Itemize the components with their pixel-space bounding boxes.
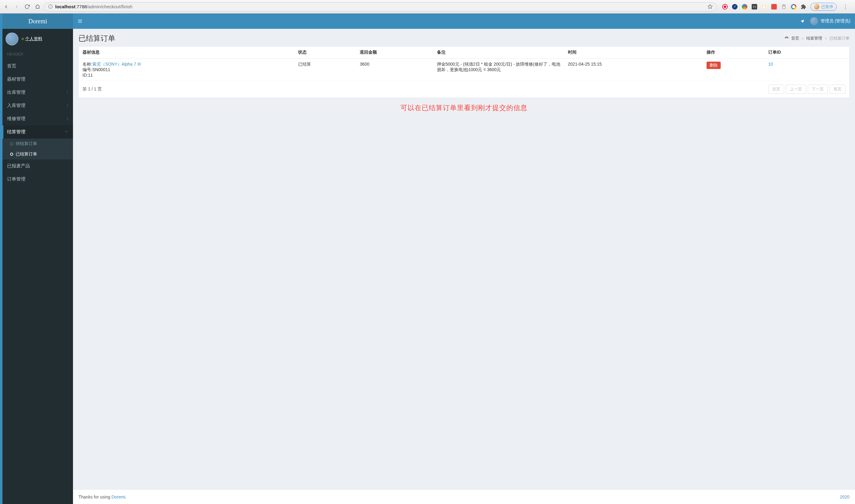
svg-rect-5	[783, 5, 785, 6]
page-title: 已结算订单	[78, 33, 115, 43]
topbar-user-label: 管理员 (管理员)	[821, 18, 850, 24]
sidebar-item-repair[interactable]: 维修管理〈	[2, 112, 73, 125]
th-action: 操作	[703, 47, 765, 58]
pager: 首页 上一页 下一页 尾页	[768, 85, 845, 94]
circle-icon	[10, 153, 13, 156]
equipment-name-link[interactable]: 索尼（SONY）Alpha 7 III	[92, 61, 141, 67]
breadcrumb-sep: >	[825, 36, 827, 41]
sidebar-subitem-pending[interactable]: 待结算订单	[2, 139, 73, 149]
cell-order-id: 10	[765, 58, 849, 81]
pager-prev-button[interactable]: 上一页	[786, 85, 806, 94]
footer: Thanks for using Doremi. 2020	[73, 489, 855, 504]
pager-last-button[interactable]: 尾页	[830, 85, 845, 94]
arrow-left-icon	[3, 4, 9, 10]
content: 器材信息 状态 退回金额 备注 时间 操作 订单ID 名称:索尼（SONY	[73, 46, 855, 489]
order-id-link[interactable]: 10	[768, 61, 773, 67]
extensions-puzzle-icon[interactable]	[801, 4, 806, 10]
avatar[interactable]	[5, 33, 18, 46]
breadcrumb-sep: >	[802, 36, 804, 41]
extension-icon[interactable]	[722, 4, 728, 10]
th-refund: 退回金额	[356, 47, 433, 58]
sidebar-item-outbound[interactable]: 出库管理〈	[2, 86, 73, 99]
breadcrumb: 首页 > 结算管理 > 已结算订单	[784, 36, 850, 41]
cell-equipment: 名称:索尼（SONY）Alpha 7 III 编号:SN00011 ID:11	[79, 58, 295, 81]
paused-label: 已暂停	[821, 4, 833, 10]
extension-icon[interactable]	[791, 4, 797, 10]
circle-icon	[10, 142, 13, 145]
orders-table: 器材信息 状态 退回金额 备注 时间 操作 订单ID 名称:索尼（SONY	[79, 47, 849, 81]
pager-first-button[interactable]: 首页	[768, 85, 784, 94]
bookmark-star-icon[interactable]	[708, 4, 713, 9]
chevron-left-icon: 〈	[65, 116, 68, 121]
footer-brand-link[interactable]: Doremi	[111, 494, 125, 499]
online-status-icon	[21, 38, 24, 40]
delete-button[interactable]: 删除	[707, 61, 721, 69]
extension-icon[interactable]: ✓	[732, 4, 737, 10]
paused-badge[interactable]: 已暂停	[811, 3, 837, 11]
sidebar-item-settlement[interactable]: 结算管理﹀	[2, 125, 73, 139]
th-order-id: 订单ID	[765, 47, 849, 58]
topbar-user[interactable]: 管理员 (管理员)	[810, 17, 850, 25]
breadcrumb-parent[interactable]: 结算管理	[806, 36, 822, 41]
extension-icon[interactable]	[781, 4, 787, 10]
chevron-left-icon: 〈	[65, 103, 68, 108]
sidebar-item-discarded[interactable]: 已报废产品	[2, 159, 73, 173]
cell-time: 2021-04-25 15:15	[564, 58, 703, 81]
table-row: 名称:索尼（SONY）Alpha 7 III 编号:SN00011 ID:11 …	[79, 58, 849, 81]
annotation-text: 可以在已结算订单里看到刚才提交的信息	[78, 103, 850, 112]
cell-remark: 押金5000元 - (续借2日 * 租金 200元/日) - 故障维修(修好了，…	[433, 58, 564, 81]
browser-reload-button[interactable]	[23, 3, 31, 11]
location-button[interactable]	[800, 19, 805, 24]
location-arrow-icon	[800, 19, 805, 24]
url-text: localhost:7788/admin/checkout/finish	[55, 4, 132, 9]
table-footer: 第 1 / 1 页 首页 上一页 下一页 尾页	[79, 81, 849, 97]
url-bar[interactable]: localhost:7788/admin/checkout/finish	[44, 2, 717, 11]
home-icon	[35, 4, 40, 9]
hamburger-icon	[77, 19, 83, 24]
chevron-left-icon: 〈	[65, 90, 68, 95]
equipment-name-prefix: 名称:	[83, 61, 92, 67]
brand-logo[interactable]: Doremi	[2, 14, 73, 29]
th-remark: 备注	[433, 47, 564, 58]
browser-menu-button[interactable]: ⋮	[841, 3, 850, 10]
sidebar-item-orders[interactable]: 订单管理	[2, 173, 73, 186]
equipment-id: ID:11	[83, 73, 93, 77]
pager-next-button[interactable]: 下一页	[808, 85, 828, 94]
browser-back-button[interactable]	[2, 3, 10, 11]
reload-icon	[24, 4, 30, 9]
breadcrumb-current: 已结算订单	[830, 36, 850, 41]
avatar	[810, 17, 818, 25]
topbar: 管理员 (管理员)	[73, 14, 855, 29]
extension-icon[interactable]: {=}	[752, 4, 757, 10]
profile-avatar-icon	[814, 4, 819, 10]
table-header-row: 器材信息 状态 退回金额 备注 时间 操作 订单ID	[79, 47, 849, 58]
sidebar-menu: 首页 器材管理 出库管理〈 入库管理〈 维修管理〈 结算管理﹀ 待结算订单 已结…	[2, 59, 73, 186]
arrow-right-icon	[14, 4, 19, 10]
sidebar-toggle-button[interactable]	[77, 19, 83, 24]
browser-forward-button[interactable]	[13, 3, 20, 11]
app-root: Doremi 个人资料 HEADER 首页 器材管理 出库管理〈 入库管理〈 维…	[0, 14, 855, 504]
table-box: 器材信息 状态 退回金额 备注 时间 操作 订单ID 名称:索尼（SONY	[78, 46, 850, 98]
sidebar-item-equipment[interactable]: 器材管理	[2, 73, 73, 86]
page-info: 第 1 / 1 页	[83, 87, 102, 92]
browser-chrome: localhost:7788/admin/checkout/finish ✓ {…	[0, 0, 855, 14]
sidebar: Doremi 个人资料 HEADER 首页 器材管理 出库管理〈 入库管理〈 维…	[2, 14, 73, 504]
extension-icon[interactable]	[762, 4, 767, 10]
cell-refund: 3600	[356, 58, 433, 81]
sidebar-header-label: HEADER	[2, 49, 73, 59]
dashboard-icon	[784, 36, 789, 40]
profile-link[interactable]: 个人资料	[21, 36, 42, 41]
extension-icons: ✓ {=} 已暂停 ⋮	[720, 3, 853, 11]
sidebar-item-inbound[interactable]: 入库管理〈	[2, 99, 73, 112]
footer-text: Thanks for using Doremi.	[78, 494, 126, 499]
sidebar-item-home[interactable]: 首页	[2, 59, 73, 73]
sidebar-subitem-settled[interactable]: 已结算订单	[2, 149, 73, 159]
cell-status: 已结算	[295, 58, 356, 81]
extension-icon[interactable]	[771, 4, 777, 10]
extension-icon[interactable]	[742, 4, 747, 10]
th-status: 状态	[295, 47, 356, 58]
browser-home-button[interactable]	[34, 3, 41, 11]
site-info-icon[interactable]	[48, 4, 53, 9]
sidebar-submenu-settlement: 待结算订单 已结算订单	[2, 139, 73, 159]
breadcrumb-home[interactable]: 首页	[791, 36, 799, 41]
